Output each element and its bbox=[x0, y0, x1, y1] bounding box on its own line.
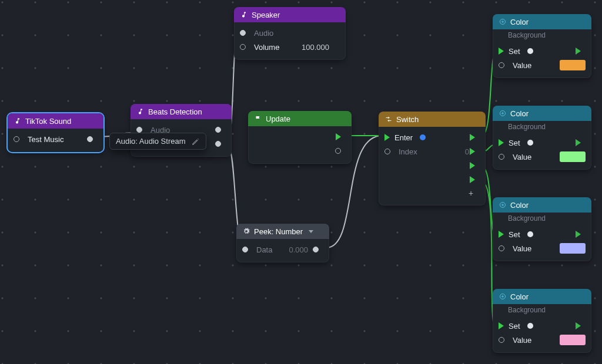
enter-label: Enter bbox=[394, 133, 413, 142]
exec-output[interactable] bbox=[576, 231, 581, 238]
value-input-port[interactable] bbox=[499, 154, 504, 160]
plus-circle-icon bbox=[499, 292, 507, 301]
node-title: TikTok Sound bbox=[25, 117, 71, 126]
music-icon bbox=[240, 11, 248, 19]
exec-output[interactable] bbox=[576, 322, 581, 329]
color-swatch[interactable] bbox=[560, 243, 586, 254]
node-subtitle: Background bbox=[493, 213, 591, 224]
node-speaker[interactable]: Speaker Audio Volume 100.000 bbox=[234, 7, 346, 60]
node-switch[interactable]: Switch Enter Index 0 + bbox=[379, 112, 486, 205]
value-label: Value bbox=[513, 61, 531, 70]
set-label: Set bbox=[509, 47, 520, 56]
music-icon bbox=[136, 107, 145, 116]
output-port-1[interactable] bbox=[215, 127, 221, 133]
exec-output[interactable] bbox=[576, 48, 581, 55]
node-color-1[interactable]: Color Background Set Value bbox=[493, 14, 591, 78]
exec-output-2[interactable] bbox=[470, 148, 475, 155]
audio-input-port[interactable] bbox=[136, 127, 142, 133]
exec-output[interactable] bbox=[576, 139, 581, 146]
volume-label: Volume bbox=[254, 43, 279, 52]
node-title: Beats Detection bbox=[148, 107, 202, 116]
node-title: Color bbox=[510, 109, 529, 118]
node-header[interactable]: Color bbox=[493, 197, 591, 213]
node-title: Color bbox=[510, 292, 529, 301]
node-header[interactable]: Peek: Number bbox=[236, 224, 329, 239]
node-header[interactable]: Color bbox=[493, 14, 591, 29]
tooltip-text: Audio: Audio Stream bbox=[116, 137, 186, 146]
color-swatch[interactable] bbox=[560, 60, 586, 70]
output-label: Test Music bbox=[28, 135, 63, 144]
set-status-dot bbox=[527, 323, 533, 329]
node-subtitle: Background bbox=[493, 121, 591, 132]
exec-output-4[interactable] bbox=[470, 176, 475, 183]
gear-icon bbox=[242, 227, 250, 235]
node-header[interactable]: Color bbox=[493, 106, 591, 121]
exec-output-3[interactable] bbox=[470, 162, 475, 169]
output-port[interactable] bbox=[87, 136, 93, 142]
index-input-port[interactable] bbox=[384, 149, 390, 154]
set-status-dot bbox=[527, 48, 533, 54]
chevron-down-icon[interactable] bbox=[309, 230, 313, 233]
node-tiktok-sound[interactable]: TikTok Sound Test Music bbox=[8, 113, 103, 152]
node-title: Peek: Number bbox=[254, 227, 303, 236]
node-peek-number[interactable]: Peek: Number Data 0.000 bbox=[236, 224, 329, 262]
input-port[interactable] bbox=[14, 136, 19, 142]
add-output-button[interactable]: + bbox=[467, 189, 475, 197]
output-port-2[interactable] bbox=[215, 141, 221, 147]
set-status-dot bbox=[527, 231, 533, 237]
value-label: Value bbox=[513, 153, 531, 161]
value-input-port[interactable] bbox=[499, 337, 504, 343]
music-icon bbox=[14, 117, 22, 125]
plus-circle-icon bbox=[499, 109, 507, 117]
plus-circle-icon bbox=[499, 18, 507, 26]
node-title: Switch bbox=[396, 115, 419, 124]
set-status-dot bbox=[527, 140, 533, 146]
node-header[interactable]: Update bbox=[248, 111, 352, 126]
index-label: Index bbox=[399, 147, 417, 156]
node-title: Speaker bbox=[252, 11, 280, 19]
volume-input-port[interactable] bbox=[240, 44, 246, 50]
switch-icon bbox=[384, 115, 393, 123]
volume-value[interactable]: 100.000 bbox=[302, 43, 340, 52]
node-header[interactable]: TikTok Sound bbox=[8, 113, 103, 129]
node-header[interactable]: Beats Detection bbox=[131, 104, 232, 119]
color-swatch[interactable] bbox=[560, 335, 586, 345]
set-exec-input[interactable] bbox=[499, 322, 504, 329]
data-label: Data bbox=[256, 245, 272, 254]
enter-exec-input[interactable] bbox=[384, 134, 390, 141]
node-title: Color bbox=[510, 201, 529, 210]
flag-icon bbox=[254, 114, 262, 123]
exec-output-1[interactable] bbox=[470, 134, 475, 141]
node-color-3[interactable]: Color Background Set Value bbox=[493, 197, 591, 261]
node-header[interactable]: Speaker bbox=[234, 7, 346, 22]
tooltip-audio-stream: Audio: Audio Stream bbox=[109, 133, 206, 150]
set-exec-input[interactable] bbox=[499, 231, 504, 238]
value-label: Value bbox=[513, 336, 531, 345]
node-header[interactable]: Switch bbox=[379, 112, 486, 127]
exec-output[interactable] bbox=[336, 133, 341, 140]
pencil-icon[interactable] bbox=[192, 137, 200, 146]
set-exec-input[interactable] bbox=[499, 48, 504, 55]
plus-circle-icon bbox=[499, 201, 507, 209]
set-label: Set bbox=[509, 230, 520, 239]
node-subtitle: Background bbox=[493, 29, 591, 41]
node-subtitle: Background bbox=[493, 304, 591, 315]
node-title: Update bbox=[266, 114, 290, 123]
data-input-port[interactable] bbox=[242, 247, 248, 252]
node-header[interactable]: Color bbox=[493, 289, 591, 304]
node-title: Color bbox=[510, 18, 529, 26]
color-swatch[interactable] bbox=[560, 151, 586, 162]
value-input-port[interactable] bbox=[499, 245, 504, 251]
node-color-2[interactable]: Color Background Set Value bbox=[493, 106, 591, 170]
set-label: Set bbox=[509, 139, 520, 147]
audio-input-port[interactable] bbox=[240, 30, 246, 36]
node-color-4[interactable]: Color Background Set Value bbox=[493, 289, 591, 353]
audio-label: Audio bbox=[254, 29, 273, 38]
data-output-port[interactable] bbox=[313, 247, 319, 252]
set-label: Set bbox=[509, 322, 520, 331]
value-label: Value bbox=[513, 244, 531, 253]
output-port[interactable] bbox=[335, 148, 341, 154]
value-input-port[interactable] bbox=[499, 62, 504, 68]
node-update[interactable]: Update bbox=[248, 111, 352, 164]
set-exec-input[interactable] bbox=[499, 139, 504, 146]
